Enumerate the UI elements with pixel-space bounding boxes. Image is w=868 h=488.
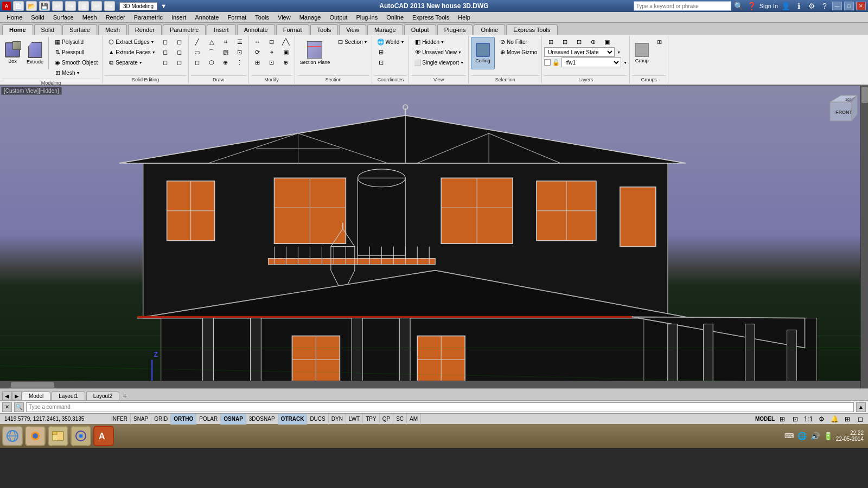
status-osnap[interactable]: OSNAP — [221, 414, 246, 425]
presspull-btn[interactable]: ⇅ Presspull — [51, 47, 100, 57]
layers-label[interactable]: Layers — [544, 75, 627, 82]
draw-btn8[interactable]: ▧ — [219, 47, 232, 57]
tab-home[interactable]: Home — [2, 24, 33, 35]
menu-manage[interactable]: Manage — [295, 12, 326, 23]
tab-tools[interactable]: Tools — [310, 24, 339, 35]
solid-btn3[interactable]: ◻ — [159, 57, 172, 67]
modify-btn3[interactable]: ⊞ — [251, 57, 264, 67]
tab-surface[interactable]: Surface — [62, 24, 97, 35]
tab-expresstools[interactable]: Express Tools — [506, 24, 557, 35]
status-icon6[interactable]: ⊞ — [842, 414, 853, 425]
status-qp[interactable]: QP — [380, 414, 393, 425]
box-btn[interactable]: Box — [2, 37, 23, 69]
tray-network[interactable]: 🌐 — [797, 431, 808, 441]
move-gizmo-btn[interactable]: ⊕ Move Gizmo — [496, 47, 539, 57]
menu-expresstools[interactable]: Express Tools — [408, 12, 454, 23]
taskbar-ie[interactable] — [2, 426, 23, 446]
workspace-selector[interactable]: 3D Modeling — [119, 2, 157, 10]
close-btn[interactable]: ✕ — [856, 2, 866, 10]
status-ducs[interactable]: DUCS — [307, 414, 328, 425]
world-btn[interactable]: 🌐 World ▼ — [374, 37, 406, 47]
solid-editing-label[interactable]: Solid Editing — [105, 75, 186, 82]
layer-btn3[interactable]: ⊡ — [572, 37, 585, 47]
menu-view[interactable]: View — [273, 12, 295, 23]
menu-render[interactable]: Render — [101, 12, 130, 23]
smooth-object-btn[interactable]: ◉ Smooth Object — [51, 57, 100, 67]
menu-parametric[interactable]: Parametric — [130, 12, 167, 23]
draw-btn10[interactable]: ☰ — [233, 37, 246, 47]
status-icon4[interactable]: ⚙ — [816, 414, 827, 425]
section-btn[interactable]: ⊟ Section ▼ — [334, 37, 369, 47]
cmd-expand-btn[interactable]: ▲ — [856, 402, 866, 412]
single-viewport-btn[interactable]: ⬜ Single viewport ▼ — [411, 57, 466, 67]
view-group-label[interactable]: View — [411, 75, 466, 82]
solid-btn4[interactable]: ◻ — [173, 37, 186, 47]
extrude-btn[interactable]: Extrude — [24, 37, 46, 69]
tab-insert[interactable]: Insert — [207, 24, 236, 35]
layer-name-select[interactable]: rfw1 — [561, 57, 621, 67]
modify-btn5[interactable]: ⌖ — [265, 47, 278, 57]
sign-in-btn[interactable]: Sign In — [760, 3, 778, 9]
draw-label[interactable]: Draw — [191, 75, 246, 82]
selection-label[interactable]: Selection — [471, 75, 539, 82]
extract-edges-btn[interactable]: ⬡ Extract Edges ▼ — [105, 37, 157, 47]
status-ortho[interactable]: ORTHO — [171, 414, 196, 425]
modify-btn8[interactable]: ▣ — [279, 47, 292, 57]
draw-btn2[interactable]: ⬭ — [191, 47, 204, 57]
draw-btn6[interactable]: ⬡ — [205, 57, 218, 67]
tab-render[interactable]: Render — [128, 24, 162, 35]
tab-online[interactable]: Online — [474, 24, 505, 35]
cmd-search-btn[interactable]: 🔍 — [14, 402, 24, 412]
status-lwt[interactable]: LWT — [346, 414, 363, 425]
qa-redo[interactable]: ↪ — [65, 1, 76, 11]
user-icon[interactable]: 👤 — [780, 1, 791, 11]
modify-btn9[interactable]: ⊕ — [279, 57, 292, 67]
tray-sound[interactable]: 🔊 — [810, 431, 821, 441]
extrude-faces-btn[interactable]: ▲ Extrude Faces ▼ — [105, 47, 157, 57]
taskbar-explorer[interactable] — [48, 426, 68, 446]
search-icon[interactable]: 🔍 — [733, 1, 744, 11]
scroll-thumb-bottom[interactable] — [11, 382, 54, 388]
tab-plugins[interactable]: Plug-ins — [437, 24, 473, 35]
coordinates-label[interactable]: Coordinates — [374, 75, 406, 82]
status-icon5[interactable]: 🔔 — [829, 414, 840, 425]
layer-btn2[interactable]: ⊟ — [558, 37, 571, 47]
menu-surface[interactable]: Surface — [49, 12, 78, 23]
modeling-group-label[interactable]: Modeling — [2, 79, 100, 85]
taskbar-autocad[interactable]: A — [93, 426, 114, 446]
tray-battery[interactable]: 🔋 — [823, 431, 834, 441]
status-infer[interactable]: INFER — [108, 414, 131, 425]
maximize-btn[interactable]: □ — [844, 2, 854, 10]
main-viewport[interactable]: Z X [Custom View][Hidden] — [0, 86, 868, 388]
status-am[interactable]: AM — [407, 414, 421, 425]
draw-btn4[interactable]: △ — [205, 37, 218, 47]
culling-btn[interactable]: Culling — [471, 37, 495, 69]
scroll-thumb-right[interactable] — [861, 87, 868, 103]
tab-manage[interactable]: Manage — [367, 24, 403, 35]
menu-annotate[interactable]: Annotate — [190, 12, 223, 23]
qa-redo2[interactable]: ↪ — [104, 1, 115, 11]
view-cube[interactable]: FRONT 16° — [819, 91, 863, 129]
tab-solid[interactable]: Solid — [34, 24, 61, 35]
hidden-btn[interactable]: ◧ Hidden ▼ — [411, 37, 446, 47]
status-grid[interactable]: GRID — [151, 414, 171, 425]
command-input[interactable] — [26, 402, 854, 412]
menu-mesh[interactable]: Mesh — [78, 12, 101, 23]
modify-btn1[interactable]: ↔ — [251, 37, 264, 47]
groups-more-btn[interactable]: ⊞ — [653, 37, 666, 47]
status-icon3[interactable]: 1:1 — [803, 414, 814, 425]
layout-nav-next[interactable]: ▶ — [12, 391, 22, 400]
tab-parametric[interactable]: Parametric — [163, 24, 206, 35]
layer-btn1[interactable]: ⊞ — [544, 37, 557, 47]
coord-btn3[interactable]: ⊡ — [374, 57, 406, 67]
taskbar-chrome[interactable] — [71, 426, 91, 446]
info-icon[interactable]: ℹ — [793, 1, 804, 11]
ribbon-search-input[interactable] — [634, 1, 731, 11]
settings-icon[interactable]: ⚙ — [806, 1, 817, 11]
modify-btn4[interactable]: ⊟ — [265, 37, 278, 47]
group-btn[interactable]: Group — [632, 37, 652, 69]
solid-btn5[interactable]: ◻ — [173, 47, 186, 57]
menu-solid[interactable]: Solid — [27, 12, 48, 23]
layout-nav-prev[interactable]: ◀ — [2, 391, 12, 400]
tab-format[interactable]: Format — [276, 24, 309, 35]
